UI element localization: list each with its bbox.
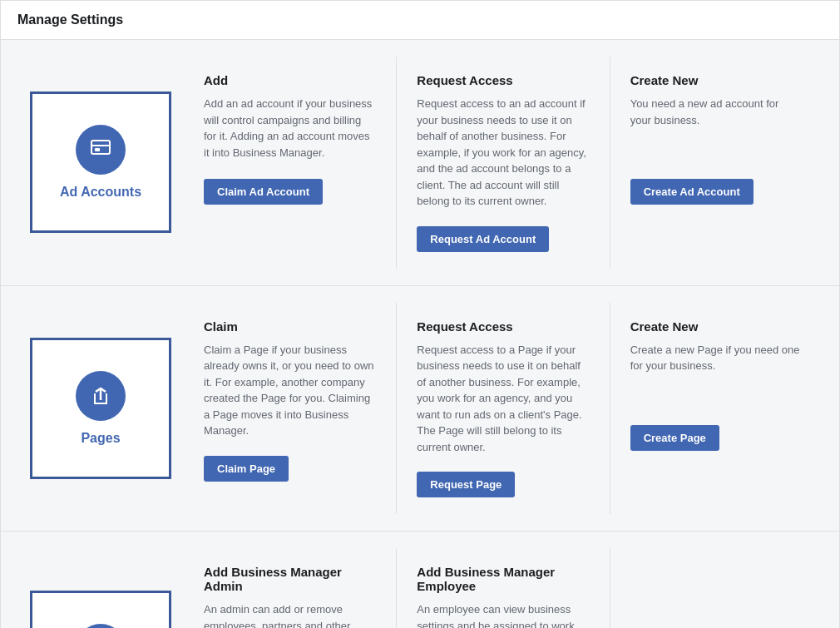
ad-accounts-request-col: Request Access Request access to an ad a… [396, 57, 609, 269]
pages-icon-col: Pages [17, 303, 184, 515]
request-page-button[interactable]: Request Page [417, 472, 515, 497]
svg-rect-0 [91, 141, 110, 154]
people-admin-col: Add Business Manager Admin An admin can … [184, 548, 396, 628]
pages-content: Claim Claim a Page if your business alre… [184, 303, 823, 515]
ad-accounts-icon [76, 125, 126, 175]
pages-icon-box: Pages [30, 338, 171, 479]
pages-request-desc: Request access to a Page if your busines… [417, 342, 589, 456]
claim-ad-account-button[interactable]: Claim Ad Account [204, 179, 323, 205]
pages-request-title: Request Access [417, 319, 589, 334]
ad-accounts-icon-col: Ad Accounts [17, 57, 184, 269]
ad-accounts-icon-box: Ad Accounts [30, 91, 171, 233]
pages-claim-desc: Claim a Page if your business already ow… [204, 342, 376, 439]
ad-accounts-add-col: Add Add an ad account if your business w… [184, 57, 396, 269]
ad-accounts-add-title: Add [204, 73, 376, 87]
pages-section: Pages Claim Claim a Page if your busines… [1, 286, 839, 532]
pages-label: Pages [81, 431, 120, 446]
page-container: Manage Settings Ad Accounts Add Add an a… [0, 0, 840, 628]
pages-claim-col: Claim Claim a Page if your business alre… [184, 303, 396, 515]
people-section: People Add Business Manager Admin An adm… [1, 532, 839, 628]
people-admin-desc: An admin can add or remove employees, pa… [204, 601, 376, 628]
pages-create-col: Create New Create a new Page if you need… [610, 303, 823, 515]
people-empty-col [610, 548, 823, 628]
ad-accounts-content: Add Add an ad account if your business w… [184, 57, 823, 269]
ad-accounts-create-desc: You need a new ad account for your busin… [630, 96, 803, 162]
ad-accounts-create-col: Create New You need a new ad account for… [610, 57, 823, 269]
people-icon [76, 624, 126, 628]
svg-rect-2 [95, 148, 100, 151]
pages-icon [76, 371, 126, 421]
people-icon-col: People [17, 548, 184, 628]
pages-request-col: Request Access Request access to a Page … [396, 303, 609, 515]
ad-accounts-create-title: Create New [630, 73, 803, 87]
claim-page-button[interactable]: Claim Page [204, 456, 289, 482]
page-header: Manage Settings [1, 1, 839, 40]
ad-accounts-request-desc: Request access to an ad account if your … [417, 96, 589, 210]
people-employee-col: Add Business Manager Employee An employe… [396, 548, 609, 628]
page-title: Manage Settings [17, 12, 823, 27]
pages-create-title: Create New [630, 319, 803, 334]
people-employee-title: Add Business Manager Employee [417, 565, 589, 593]
ad-accounts-label: Ad Accounts [60, 185, 141, 200]
create-ad-account-button[interactable]: Create Ad Account [630, 179, 754, 205]
pages-claim-title: Claim [204, 319, 376, 334]
ad-accounts-section: Ad Accounts Add Add an ad account if you… [1, 40, 839, 286]
ad-accounts-add-desc: Add an ad account if your business will … [204, 96, 376, 162]
create-page-button[interactable]: Create Page [630, 425, 719, 451]
pages-create-desc: Create a new Page if you need one for yo… [630, 342, 803, 408]
people-content: Add Business Manager Admin An admin can … [184, 548, 823, 628]
people-admin-title: Add Business Manager Admin [204, 565, 376, 593]
ad-accounts-request-title: Request Access [417, 73, 589, 87]
people-icon-box: People [30, 591, 171, 628]
people-employee-desc: An employee can view business settings a… [417, 601, 589, 628]
request-ad-account-button[interactable]: Request Ad Account [417, 226, 549, 252]
